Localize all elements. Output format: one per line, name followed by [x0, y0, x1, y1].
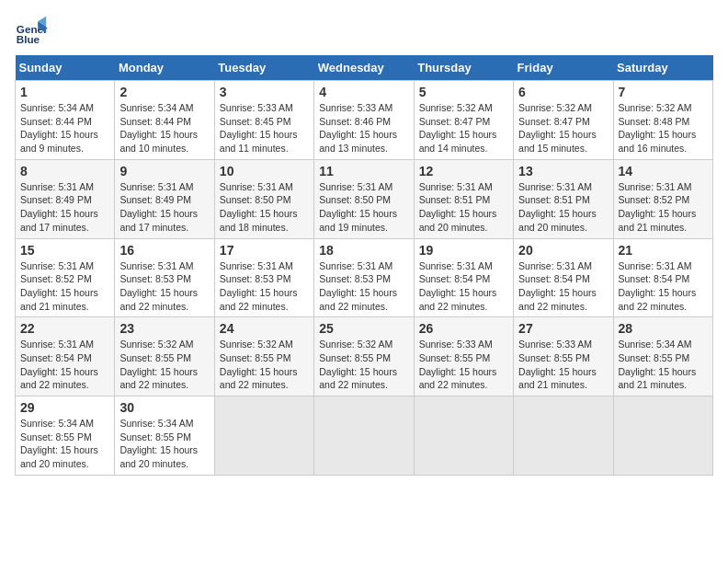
calendar-day-cell: [414, 396, 513, 476]
calendar-day-cell: 5Sunrise: 5:32 AMSunset: 8:47 PMDaylight…: [414, 81, 513, 160]
day-number: 14: [619, 164, 708, 178]
day-number: 26: [419, 321, 508, 336]
day-info: Sunrise: 5:32 AMSunset: 8:55 PMDaylight:…: [319, 338, 408, 392]
calendar-day-cell: 11Sunrise: 5:31 AMSunset: 8:50 PMDayligh…: [314, 159, 414, 238]
day-info: Sunrise: 5:31 AMSunset: 8:49 PMDaylight:…: [119, 180, 209, 235]
day-info: Sunrise: 5:34 AMSunset: 8:55 PMDaylight:…: [619, 338, 708, 392]
day-number: 28: [619, 321, 708, 336]
calendar-day-cell: 6Sunrise: 5:32 AMSunset: 8:47 PMDaylight…: [514, 81, 613, 160]
day-number: 2: [119, 85, 209, 99]
calendar-day-cell: 14Sunrise: 5:31 AMSunset: 8:52 PMDayligh…: [613, 159, 712, 238]
day-info: Sunrise: 5:31 AMSunset: 8:52 PMDaylight:…: [619, 180, 708, 235]
calendar-day-cell: 3Sunrise: 5:33 AMSunset: 8:45 PMDaylight…: [214, 81, 313, 160]
day-info: Sunrise: 5:31 AMSunset: 8:53 PMDaylight:…: [119, 259, 209, 314]
calendar-week-row: 29Sunrise: 5:34 AMSunset: 8:55 PMDayligh…: [16, 396, 713, 476]
day-number: 8: [20, 164, 109, 178]
day-number: 17: [220, 243, 309, 258]
day-info: Sunrise: 5:32 AMSunset: 8:48 PMDaylight:…: [619, 101, 708, 155]
calendar-day-cell: 2Sunrise: 5:34 AMSunset: 8:44 PMDaylight…: [115, 81, 214, 160]
day-number: 16: [119, 243, 209, 258]
day-number: 25: [319, 321, 408, 336]
day-number: 27: [518, 321, 608, 336]
day-number: 29: [20, 400, 109, 415]
day-number: 7: [619, 85, 708, 99]
logo: General Blue: [15, 15, 48, 48]
logo-icon: General Blue: [15, 15, 48, 48]
calendar-day-cell: 13Sunrise: 5:31 AMSunset: 8:51 PMDayligh…: [514, 159, 613, 238]
calendar-day-cell: 17Sunrise: 5:31 AMSunset: 8:53 PMDayligh…: [214, 238, 313, 317]
calendar-day-cell: 4Sunrise: 5:33 AMSunset: 8:46 PMDaylight…: [314, 81, 414, 160]
day-number: 10: [220, 164, 309, 178]
calendar-header: SundayMondayTuesdayWednesdayThursdayFrid…: [16, 55, 713, 81]
calendar-day-cell: [214, 396, 313, 476]
day-of-week-header: Thursday: [414, 55, 513, 81]
day-of-week-header: Sunday: [16, 55, 115, 81]
day-info: Sunrise: 5:34 AMSunset: 8:44 PMDaylight:…: [20, 101, 109, 155]
day-number: 22: [20, 321, 109, 336]
day-info: Sunrise: 5:34 AMSunset: 8:55 PMDaylight:…: [20, 417, 109, 471]
day-info: Sunrise: 5:31 AMSunset: 8:51 PMDaylight:…: [518, 180, 608, 235]
day-info: Sunrise: 5:32 AMSunset: 8:47 PMDaylight:…: [518, 101, 608, 155]
calendar-day-cell: 25Sunrise: 5:32 AMSunset: 8:55 PMDayligh…: [314, 317, 414, 396]
calendar-day-cell: 12Sunrise: 5:31 AMSunset: 8:51 PMDayligh…: [414, 159, 513, 238]
day-info: Sunrise: 5:32 AMSunset: 8:47 PMDaylight:…: [419, 101, 508, 155]
day-info: Sunrise: 5:31 AMSunset: 8:53 PMDaylight:…: [220, 259, 309, 314]
calendar-day-cell: 21Sunrise: 5:31 AMSunset: 8:54 PMDayligh…: [613, 238, 712, 317]
day-of-week-header: Tuesday: [214, 55, 313, 81]
calendar-day-cell: 15Sunrise: 5:31 AMSunset: 8:52 PMDayligh…: [16, 238, 115, 317]
day-number: 5: [419, 85, 508, 99]
day-number: 11: [319, 164, 408, 178]
calendar-day-cell: 24Sunrise: 5:32 AMSunset: 8:55 PMDayligh…: [214, 317, 313, 396]
day-number: 23: [119, 321, 209, 336]
day-info: Sunrise: 5:31 AMSunset: 8:51 PMDaylight:…: [419, 180, 508, 235]
day-info: Sunrise: 5:31 AMSunset: 8:53 PMDaylight:…: [319, 259, 408, 314]
day-info: Sunrise: 5:32 AMSunset: 8:55 PMDaylight:…: [220, 338, 309, 392]
calendar-week-row: 1Sunrise: 5:34 AMSunset: 8:44 PMDaylight…: [16, 81, 713, 160]
calendar-day-cell: 26Sunrise: 5:33 AMSunset: 8:55 PMDayligh…: [414, 317, 513, 396]
day-of-week-header: Saturday: [613, 55, 712, 81]
day-number: 3: [220, 85, 309, 99]
calendar-day-cell: 29Sunrise: 5:34 AMSunset: 8:55 PMDayligh…: [16, 396, 115, 476]
day-info: Sunrise: 5:33 AMSunset: 8:55 PMDaylight:…: [518, 338, 608, 392]
calendar-day-cell: 9Sunrise: 5:31 AMSunset: 8:49 PMDaylight…: [115, 159, 214, 238]
calendar-week-row: 15Sunrise: 5:31 AMSunset: 8:52 PMDayligh…: [16, 238, 713, 317]
day-number: 12: [419, 164, 508, 178]
day-info: Sunrise: 5:31 AMSunset: 8:50 PMDaylight:…: [220, 180, 309, 235]
day-info: Sunrise: 5:31 AMSunset: 8:52 PMDaylight:…: [20, 259, 109, 314]
day-info: Sunrise: 5:33 AMSunset: 8:55 PMDaylight:…: [419, 338, 508, 392]
calendar-day-cell: 28Sunrise: 5:34 AMSunset: 8:55 PMDayligh…: [613, 317, 712, 396]
calendar-day-cell: 27Sunrise: 5:33 AMSunset: 8:55 PMDayligh…: [514, 317, 613, 396]
day-info: Sunrise: 5:31 AMSunset: 8:54 PMDaylight:…: [619, 259, 708, 314]
day-info: Sunrise: 5:34 AMSunset: 8:44 PMDaylight:…: [119, 101, 209, 155]
day-number: 21: [619, 243, 708, 258]
day-number: 20: [518, 243, 608, 258]
calendar-day-cell: [613, 396, 712, 476]
day-number: 1: [20, 85, 109, 99]
calendar-day-cell: 20Sunrise: 5:31 AMSunset: 8:54 PMDayligh…: [514, 238, 613, 317]
day-number: 15: [20, 243, 109, 258]
calendar-week-row: 8Sunrise: 5:31 AMSunset: 8:49 PMDaylight…: [16, 159, 713, 238]
calendar-day-cell: 1Sunrise: 5:34 AMSunset: 8:44 PMDaylight…: [16, 81, 115, 160]
calendar-table: SundayMondayTuesdayWednesdayThursdayFrid…: [15, 55, 713, 476]
day-of-week-header: Wednesday: [314, 55, 414, 81]
calendar-day-cell: 19Sunrise: 5:31 AMSunset: 8:54 PMDayligh…: [414, 238, 513, 317]
day-info: Sunrise: 5:31 AMSunset: 8:54 PMDaylight:…: [20, 338, 109, 392]
calendar-day-cell: 30Sunrise: 5:34 AMSunset: 8:55 PMDayligh…: [115, 396, 214, 476]
day-info: Sunrise: 5:33 AMSunset: 8:45 PMDaylight:…: [220, 101, 309, 155]
calendar-day-cell: 10Sunrise: 5:31 AMSunset: 8:50 PMDayligh…: [214, 159, 313, 238]
calendar-day-cell: 18Sunrise: 5:31 AMSunset: 8:53 PMDayligh…: [314, 238, 414, 317]
day-number: 13: [518, 164, 608, 178]
day-info: Sunrise: 5:34 AMSunset: 8:55 PMDaylight:…: [119, 417, 209, 471]
day-info: Sunrise: 5:31 AMSunset: 8:50 PMDaylight:…: [319, 180, 408, 235]
day-number: 9: [119, 164, 209, 178]
calendar-day-cell: 7Sunrise: 5:32 AMSunset: 8:48 PMDaylight…: [613, 81, 712, 160]
day-number: 24: [220, 321, 309, 336]
calendar-day-cell: 23Sunrise: 5:32 AMSunset: 8:55 PMDayligh…: [115, 317, 214, 396]
calendar-day-cell: 16Sunrise: 5:31 AMSunset: 8:53 PMDayligh…: [115, 238, 214, 317]
calendar-day-cell: 8Sunrise: 5:31 AMSunset: 8:49 PMDaylight…: [16, 159, 115, 238]
day-info: Sunrise: 5:31 AMSunset: 8:49 PMDaylight:…: [20, 180, 109, 235]
day-info: Sunrise: 5:31 AMSunset: 8:54 PMDaylight:…: [419, 259, 508, 314]
calendar-week-row: 22Sunrise: 5:31 AMSunset: 8:54 PMDayligh…: [16, 317, 713, 396]
svg-text:Blue: Blue: [17, 33, 40, 45]
page-header: General Blue: [15, 15, 713, 48]
